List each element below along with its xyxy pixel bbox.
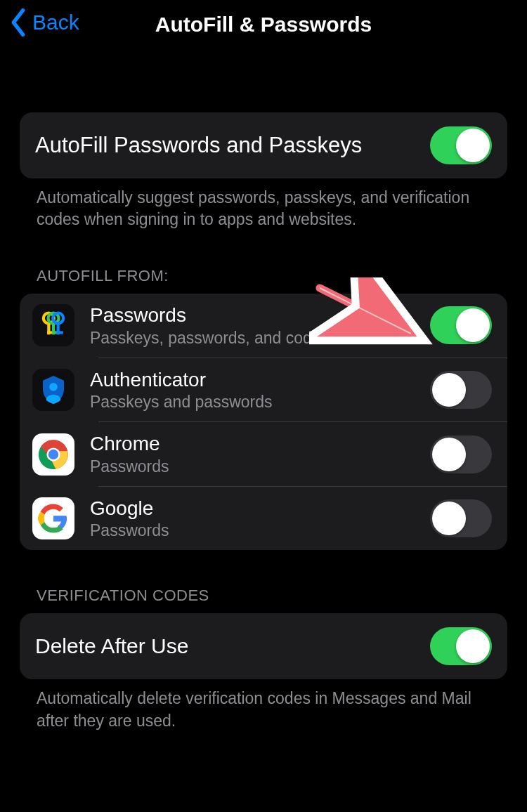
nav-bar: Back AutoFill & Passwords <box>0 0 527 49</box>
chevron-left-icon <box>10 8 27 37</box>
autofill-master-group: AutoFill Passwords and Passkeys <box>20 112 507 178</box>
autofill-source-row-passwords[interactable]: Passwords Passkeys, passwords, and codes <box>20 294 507 358</box>
autofill-master-label: AutoFill Passwords and Passkeys <box>35 133 430 158</box>
verification-codes-footer: Automatically delete verification codes … <box>20 679 507 731</box>
svg-point-12 <box>48 449 58 459</box>
source-subtitle: Passkeys and passwords <box>90 393 430 412</box>
autofill-from-header: AUTOFILL FROM: <box>20 267 507 285</box>
autofill-master-toggle[interactable] <box>430 126 492 164</box>
source-title: Authenticator <box>90 368 430 392</box>
source-subtitle: Passwords <box>90 457 430 476</box>
svg-rect-8 <box>57 332 63 334</box>
autofill-source-toggle-chrome[interactable] <box>430 436 492 473</box>
source-title: Google <box>90 497 430 520</box>
autofill-master-row[interactable]: AutoFill Passwords and Passkeys <box>20 112 507 178</box>
delete-after-use-toggle[interactable] <box>430 627 492 665</box>
authenticator-app-icon <box>32 369 74 411</box>
autofill-master-footer: Automatically suggest passwords, passkey… <box>20 178 507 230</box>
autofill-source-toggle-google[interactable] <box>430 499 492 537</box>
autofill-source-row-chrome[interactable]: Chrome Passwords <box>20 422 507 486</box>
back-button[interactable]: Back <box>10 8 79 37</box>
autofill-source-toggle-passwords[interactable] <box>430 306 492 344</box>
passwords-app-icon <box>32 304 74 346</box>
chrome-app-icon <box>32 433 74 476</box>
autofill-source-row-authenticator[interactable]: Authenticator Passkeys and passwords <box>20 358 507 422</box>
svg-point-9 <box>49 383 58 391</box>
source-subtitle: Passwords <box>90 521 430 540</box>
google-app-icon <box>32 497 74 539</box>
source-title: Chrome <box>90 432 430 456</box>
delete-after-use-label: Delete After Use <box>35 634 430 658</box>
autofill-source-row-google[interactable]: Google Passwords <box>20 487 507 551</box>
source-subtitle: Passkeys, passwords, and codes <box>90 329 430 348</box>
back-label: Back <box>32 11 79 34</box>
verification-codes-group: Delete After Use <box>20 613 507 679</box>
source-title: Passwords <box>90 303 430 327</box>
autofill-source-toggle-authenticator[interactable] <box>430 371 492 409</box>
delete-after-use-row[interactable]: Delete After Use <box>20 613 507 679</box>
autofill-from-group: Passwords Passkeys, passwords, and codes… <box>20 294 507 550</box>
verification-codes-header: VERIFICATION CODES <box>20 587 507 605</box>
